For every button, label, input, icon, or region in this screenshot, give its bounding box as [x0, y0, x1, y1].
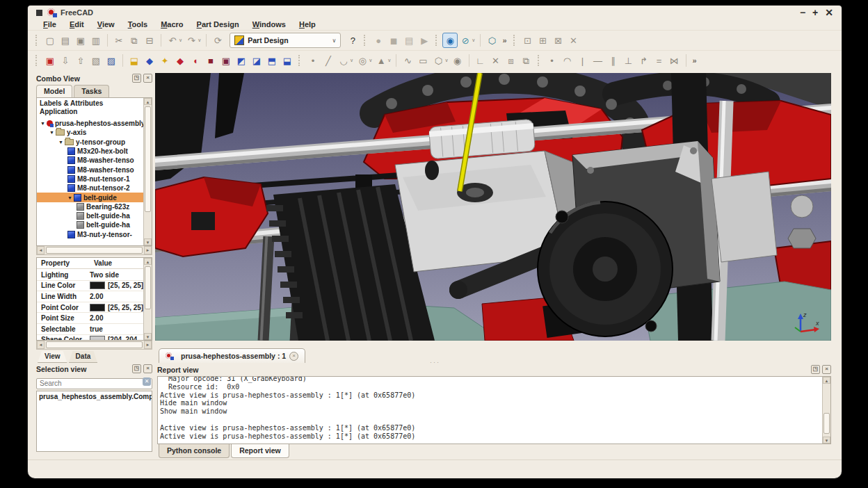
property-horizontal-scrollbar[interactable]: ◄► [36, 341, 152, 350]
menu-edit[interactable]: Edit [70, 20, 84, 29]
create-conic-button[interactable]: ▲ [373, 53, 389, 68]
macro-play-button[interactable]: ▶ [417, 33, 432, 48]
scroll-left-icon[interactable]: ◄ [37, 341, 45, 349]
menu-part-design[interactable]: Part Design [197, 20, 239, 29]
toolbar-drag-handle[interactable] [364, 35, 367, 46]
constrain-coincident-button[interactable]: • [545, 53, 560, 68]
tree-item-m8-washer-tenso[interactable]: M8-washer-tenso [37, 156, 144, 165]
3d-viewport[interactable]: z x [155, 73, 831, 341]
property-row-point-size[interactable]: Point Size2.00 [37, 313, 144, 324]
paste-button[interactable]: ⊟ [142, 33, 157, 48]
expand-arrow-icon[interactable]: ▼ [49, 130, 54, 135]
toolbar-overflow-icon[interactable]: » [502, 36, 506, 44]
float-panel-icon[interactable]: ◳ [132, 364, 141, 373]
refresh-button[interactable]: ⟳ [210, 33, 225, 48]
undo-button[interactable]: ↶ [165, 33, 180, 48]
constrain-tangent-button[interactable]: ↱ [636, 53, 652, 68]
scroll-left-icon[interactable]: ◄ [37, 246, 45, 254]
search-input[interactable] [36, 378, 152, 389]
save-document-button[interactable]: ▣ [73, 33, 88, 48]
tree-item-m3x20-hex-bolt[interactable]: M3x20-hex-bolt [37, 147, 144, 156]
close-button[interactable]: ✕ [825, 8, 833, 17]
macro-stop-button[interactable]: ◼ [386, 33, 401, 48]
copy-button[interactable]: ⧉ [127, 33, 142, 48]
tab-python-console[interactable]: Python console [159, 444, 230, 458]
constrain-parallel-button[interactable]: ∥ [606, 53, 621, 68]
dropdown-chevron-icon[interactable]: ∨ [350, 58, 353, 63]
constrain-point-on-object-button[interactable]: ◠ [560, 53, 575, 68]
tab-view[interactable]: View [38, 351, 67, 363]
tree-vertical-scrollbar[interactable]: ▲ ▼ [143, 98, 152, 245]
scroll-down-icon[interactable]: ▼ [823, 437, 830, 444]
create-circle-button[interactable]: ◎ [355, 53, 370, 68]
trim-edge-button[interactable]: ✕ [488, 53, 504, 68]
tree-item-y-tensor-group[interactable]: ▼y-tensor-group [37, 138, 144, 147]
menu-help[interactable]: Help [299, 20, 316, 29]
property-row-shape-color[interactable]: Shape Color[204, 204, [37, 335, 144, 340]
constrain-symmetric-button[interactable]: ⋈ [667, 53, 682, 68]
document-tab[interactable]: prusa-hephestos-assembly : 1 × [159, 348, 305, 363]
tree-pre-selection-button[interactable]: ✕ [566, 33, 581, 48]
dropdown-chevron-icon[interactable]: ∨ [179, 38, 182, 43]
macro-record-button[interactable]: ● [371, 33, 386, 48]
close-panel-icon[interactable]: × [143, 364, 152, 373]
print-button[interactable]: ▥ [88, 33, 104, 48]
toolbar-drag-handle[interactable] [435, 35, 439, 46]
scroll-down-icon[interactable]: ▼ [144, 238, 152, 245]
tab-model[interactable]: Model [36, 85, 72, 97]
menu-tools[interactable]: Tools [128, 20, 148, 29]
property-row-point-color[interactable]: Point Color[25, 25, 25] [37, 302, 144, 314]
toolbar-overflow-icon[interactable]: » [693, 56, 697, 65]
property-row-lighting[interactable]: LightingTwo side [37, 270, 144, 281]
whats-this-button[interactable]: ? [345, 33, 360, 48]
clear-search-icon[interactable]: ✕ [143, 377, 151, 386]
tree-horizontal-scrollbar[interactable]: ◄► [36, 246, 152, 255]
tree-item-belt-guide[interactable]: ▼belt-guide [37, 193, 144, 202]
scroll-up-icon[interactable]: ▲ [144, 98, 152, 105]
create-line-button[interactable]: ╱ [321, 53, 336, 68]
tree-item-m8-nut-tensor-1[interactable]: M8-nut-tensor-1 [37, 174, 144, 184]
minimize-button[interactable]: − [800, 8, 805, 17]
tree-item-m8-washer-tenso[interactable]: M8-washer-tenso [37, 165, 144, 174]
scroll-right-icon[interactable]: ► [144, 246, 152, 254]
revolution-button[interactable]: ◆ [142, 53, 157, 68]
tree-sync-selection-button[interactable]: ⊞ [536, 33, 551, 48]
redo-button[interactable]: ↷ [184, 33, 199, 48]
create-polygon-button[interactable]: ⬡ [431, 53, 446, 68]
tree-collapse-button[interactable]: ⊠ [551, 33, 566, 48]
create-bspline-button[interactable]: ∿ [400, 53, 415, 68]
close-panel-icon[interactable]: × [822, 365, 831, 374]
expand-arrow-icon[interactable]: ▼ [67, 195, 72, 200]
float-panel-icon[interactable]: ◳ [811, 365, 820, 374]
view-sketch-button[interactable]: ⇧ [73, 53, 88, 68]
constrain-equal-button[interactable]: = [652, 53, 667, 68]
fillet-button[interactable]: ◩ [234, 53, 249, 68]
constrain-horizontal-button[interactable]: — [590, 53, 606, 68]
pattern-linear-button[interactable]: ■ [203, 53, 218, 68]
create-slot-button[interactable]: ◉ [450, 53, 465, 68]
tree-item-belt-guide-ha[interactable]: belt-guide-ha [37, 220, 144, 229]
property-row-line-width[interactable]: Line Width2.00 [37, 291, 144, 302]
report-console[interactable]: Major opcode: 31 (X_GrabKeyboard) Resour… [157, 376, 831, 444]
tree-item-prusa-hephestos-assembly[interactable]: ▼prusa-hephestos-assembly [37, 119, 144, 128]
property-row-selectable[interactable]: Selectabletrue [37, 324, 144, 335]
fit-all-button[interactable]: ◉ [442, 33, 458, 48]
edit-sketch-button[interactable]: ▣ [42, 53, 58, 68]
tree-item-belt-guide-ha[interactable]: belt-guide-ha [37, 211, 144, 220]
scroll-down-icon[interactable]: ▼ [144, 333, 152, 340]
axonometric-view-button[interactable]: ⬡ [484, 33, 499, 48]
chamfer-button[interactable]: ◪ [249, 53, 264, 68]
pad-button[interactable]: ⬓ [127, 53, 142, 68]
report-vertical-scrollbar[interactable]: ▲ ▼ [822, 377, 830, 444]
draw-style-button[interactable]: ⊘ [458, 33, 473, 48]
constrain-vertical-button[interactable]: | [575, 53, 590, 68]
toolbar-drag-handle[interactable] [513, 35, 517, 46]
tree-item-y-axis[interactable]: ▼y-axis [37, 128, 144, 137]
float-panel-icon[interactable]: ◳ [132, 74, 141, 83]
expand-arrow-icon[interactable]: ▼ [58, 140, 63, 145]
close-panel-icon[interactable]: × [143, 74, 152, 83]
expand-arrow-icon[interactable]: ▼ [40, 121, 45, 126]
toolbar-drag-handle[interactable] [35, 35, 39, 46]
scroll-right-icon[interactable]: ► [144, 341, 152, 349]
property-row-line-color[interactable]: Line Color[25, 25, 25] [37, 281, 144, 292]
